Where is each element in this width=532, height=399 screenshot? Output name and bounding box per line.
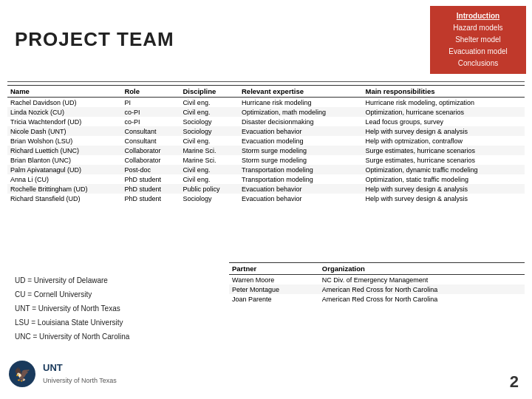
table-cell: Linda Nozick (CU) <box>7 107 121 117</box>
table-cell: Hurricane risk modeling, optimization <box>363 98 525 108</box>
table-cell: Brian Wolshon (LSU) <box>7 136 121 146</box>
table-cell: Anna Li (CU) <box>7 174 121 184</box>
page-title: PROJECT TEAM <box>15 28 174 51</box>
table-cell: Sociology <box>180 117 239 126</box>
table-row: Brian Wolshon (LSU)ConsultantCivil eng.E… <box>7 136 525 146</box>
table-row: Palm Apivatanagul (UD)Post-docCivil eng.… <box>7 165 525 174</box>
partner-table: Partner Organization Warren MooreNC Div.… <box>229 262 525 304</box>
table-cell: PI <box>121 98 180 108</box>
nav-item-hazard[interactable]: Hazard models <box>437 22 519 34</box>
table-cell: Civil eng. <box>180 98 239 108</box>
table-cell: Hurricane risk modeling <box>239 98 363 108</box>
col-expertise: Relevant expertise <box>239 86 363 98</box>
table-row: Rochelle Brittingham (UD)PhD studentPubl… <box>7 184 525 194</box>
table-row: Rachel Davidson (UD)PICivil eng.Hurrican… <box>7 98 525 108</box>
col-responsibilities: Main responsibilities <box>363 86 525 98</box>
table-cell: Optimization, static traffic modeling <box>363 174 525 184</box>
partner-table-area: Partner Organization Warren MooreNC Div.… <box>229 262 525 304</box>
col-organization: Organization <box>319 263 525 275</box>
table-row: Peter MontagueAmerican Red Cross for Nor… <box>229 284 525 294</box>
table-cell: Consultant <box>121 136 180 146</box>
col-name: Name <box>7 86 121 98</box>
table-cell: NC Div. of Emergency Management <box>319 275 525 285</box>
table-cell: Storm surge modeling <box>239 146 363 155</box>
table-cell: Rachel Davidson (UD) <box>7 98 121 108</box>
table-row: Joan ParenteAmerican Red Cross for North… <box>229 294 525 304</box>
table-cell: Help with survey design & analysis <box>363 126 525 136</box>
table-cell: Collaborator <box>121 146 180 155</box>
table-cell: Transportation modeling <box>239 174 363 184</box>
table-cell: Evacuation behavior <box>239 184 363 194</box>
nav-item-evacuation[interactable]: Evacuation model <box>437 46 519 58</box>
table-cell: Sociology <box>180 126 239 136</box>
table-cell: American Red Cross for North Carolina <box>319 294 525 304</box>
legend-item: UNT = University of North Texas <box>15 301 129 316</box>
table-cell: Civil eng. <box>180 165 239 174</box>
nav-box: Introduction Hazard models Shelter model… <box>430 6 526 74</box>
table-cell: PhD student <box>121 184 180 194</box>
table-cell: Optimization, math modeling <box>239 107 363 117</box>
table-row: Anna Li (CU)PhD studentCivil eng.Transpo… <box>7 174 525 184</box>
table-cell: Warren Moore <box>229 275 319 285</box>
legend-item: UD = University of Delaware <box>15 273 129 287</box>
team-table-area: Name Role Discipline Relevant expertise … <box>7 85 525 203</box>
unt-label: UNT University of North Texas <box>43 362 117 386</box>
col-discipline: Discipline <box>180 86 239 98</box>
table-cell: Richard Luettich (UNC) <box>7 146 121 155</box>
col-role: Role <box>121 86 180 98</box>
table-row: Brian Blanton (UNC)CollaboratorMarine Sc… <box>7 155 525 165</box>
table-cell: Rochelle Brittingham (UD) <box>7 184 121 194</box>
table-cell: Marine Sci. <box>180 155 239 165</box>
divider <box>7 81 525 82</box>
table-row: Richard Luettich (UNC)CollaboratorMarine… <box>7 146 525 155</box>
unt-eagle-icon: 🦅 <box>7 359 37 389</box>
table-row: Nicole Dash (UNT)ConsultantSociologyEvac… <box>7 126 525 136</box>
table-cell: Consultant <box>121 126 180 136</box>
page-number: 2 <box>510 372 519 392</box>
table-row: Warren MooreNC Div. of Emergency Managem… <box>229 275 525 285</box>
table-cell: Collaborator <box>121 155 180 165</box>
table-row: Linda Nozick (CU)co-PICivil eng.Optimiza… <box>7 107 525 117</box>
legend-item: CU = Cornell University <box>15 287 129 301</box>
table-cell: PhD student <box>121 174 180 184</box>
table-cell: Peter Montague <box>229 284 319 294</box>
table-cell: PhD student <box>121 194 180 203</box>
table-cell: Civil eng. <box>180 174 239 184</box>
table-cell: Nicole Dash (UNT) <box>7 126 121 136</box>
table-cell: Help with optmization, contraflow <box>363 136 525 146</box>
table-row: Richard Stansfield (UD)PhD studentSociol… <box>7 194 525 203</box>
table-cell: Evacuation behavior <box>239 194 363 203</box>
table-cell: Transportation modeling <box>239 165 363 174</box>
table-cell: Sociology <box>180 194 239 203</box>
nav-item-shelter[interactable]: Shelter model <box>437 34 519 46</box>
col-partner: Partner <box>229 263 319 275</box>
table-cell: Palm Apivatanagul (UD) <box>7 165 121 174</box>
team-table: Name Role Discipline Relevant expertise … <box>7 85 525 203</box>
legend-item: LSU = Louisiana State University <box>15 316 129 330</box>
svg-text:🦅: 🦅 <box>14 366 31 383</box>
legend-area: UD = University of DelawareCU = Cornell … <box>15 273 129 344</box>
table-cell: Help with survey design & analysis <box>363 184 525 194</box>
table-cell: Civil eng. <box>180 107 239 117</box>
table-cell: Surge estimates, hurricane scenarios <box>363 146 525 155</box>
table-cell: Lead focus groups, survey <box>363 117 525 126</box>
table-cell: Public policy <box>180 184 239 194</box>
table-cell: Post-doc <box>121 165 180 174</box>
table-cell: Marine Sci. <box>180 146 239 155</box>
table-cell: American Red Cross for North Carolina <box>319 284 525 294</box>
table-cell: Storm surge modeling <box>239 155 363 165</box>
nav-item-conclusions[interactable]: Conclusions <box>437 58 519 69</box>
table-row: Tricia Wachtendorf (UD)co-PISociologyDis… <box>7 117 525 126</box>
table-cell: Evacuation behavior <box>239 126 363 136</box>
table-cell: Brian Blanton (UNC) <box>7 155 121 165</box>
table-cell: Help with survey design & analysis <box>363 194 525 203</box>
unt-logo: 🦅 UNT University of North Texas <box>7 359 117 389</box>
table-cell: co-PI <box>121 107 180 117</box>
table-cell: Evacuation modeling <box>239 136 363 146</box>
nav-item-introduction[interactable]: Introduction <box>437 10 519 22</box>
table-cell: Tricia Wachtendorf (UD) <box>7 117 121 126</box>
table-cell: Disaster decisionmaking <box>239 117 363 126</box>
table-cell: Optimization, dynamic traffic modeling <box>363 165 525 174</box>
table-cell: co-PI <box>121 117 180 126</box>
table-cell: Surge estimates, hurricane scenarios <box>363 155 525 165</box>
